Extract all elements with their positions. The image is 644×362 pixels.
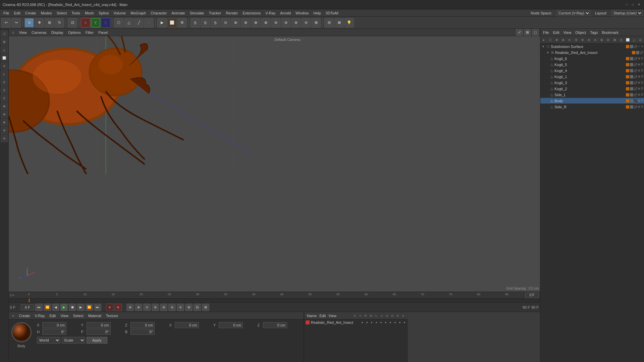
go-to-end-button[interactable]: ⏭	[94, 304, 101, 311]
undo-button[interactable]: ↩	[1, 18, 11, 27]
z-size-input[interactable]	[263, 322, 287, 328]
tool1-button[interactable]: S	[191, 18, 200, 27]
layer-icon-d[interactable]: ●	[393, 321, 397, 324]
bottom-menu-material[interactable]: Material	[86, 313, 103, 318]
bottom-menu-view[interactable]: View	[58, 313, 70, 318]
viewport-maximize-button[interactable]: □	[532, 29, 539, 36]
layout-select[interactable]: Startup (User)	[612, 10, 643, 16]
obj-icon-13[interactable]: ⊡	[618, 37, 624, 43]
menu-tracker[interactable]: Tracker	[207, 10, 223, 16]
current-frame-field[interactable]	[21, 304, 34, 310]
coordinate-system-select[interactable]: World Local Object	[37, 337, 60, 344]
layer-icon-s[interactable]: ●	[360, 321, 364, 324]
layer-icon-r[interactable]: ●	[370, 321, 374, 324]
menu-3dtoall[interactable]: 3DToAll	[324, 10, 340, 16]
h-rotation-input[interactable]	[42, 329, 66, 335]
obj-icon-5[interactable]: ⊙	[567, 37, 573, 43]
tree-item-side-l[interactable]: △ Side_L ⊞ ☰	[540, 92, 644, 98]
rotate-button[interactable]: ↻	[55, 18, 64, 27]
left-tool-1[interactable]: ⬡	[1, 30, 8, 38]
x-size-input[interactable]	[175, 322, 199, 328]
left-tool-13[interactable]: ⊘	[1, 127, 8, 134]
menu-character[interactable]: Character	[149, 10, 169, 16]
viewport-layout-button[interactable]: ⊞	[524, 29, 531, 36]
left-tool-6[interactable]: L	[1, 70, 8, 78]
viewport-menu-cameras[interactable]: Cameras	[30, 30, 49, 35]
obj-mgr-file[interactable]: File	[542, 30, 550, 35]
pb-extra-4[interactable]: ⊚	[152, 304, 159, 311]
obj-icon-10[interactable]: ⊞	[599, 37, 605, 43]
obj-icon-1[interactable]: ▸	[541, 37, 547, 43]
playhead[interactable]	[29, 299, 30, 302]
left-tool-12[interactable]: ⊕	[1, 119, 8, 126]
tool4-button[interactable]: ⊙	[221, 18, 230, 27]
menu-modes[interactable]: Modes	[39, 10, 54, 16]
left-tool-14[interactable]: ⊖	[1, 135, 8, 142]
snap-button[interactable]: ⊟	[324, 18, 334, 27]
tree-item-subdivision-surface[interactable]: ▼ ⬡ Subdivision Surface ✓ ✕	[540, 44, 644, 50]
transform-mode-select[interactable]: Scale Move Rotate	[62, 337, 85, 344]
layer-icon-x[interactable]: ●	[402, 321, 407, 324]
render-view-button[interactable]: ▶	[157, 18, 167, 27]
obj-icon-7[interactable]: ⊛	[580, 37, 585, 43]
obj-icon-3[interactable]: ⊕	[554, 37, 559, 43]
tool3-button[interactable]: S	[211, 18, 220, 27]
layer-icon-m[interactable]: ●	[374, 321, 378, 324]
tool13-button[interactable]: ⊞	[311, 18, 321, 27]
object-mode-button[interactable]: ⬡	[114, 18, 123, 27]
layer-icon-l[interactable]: ●	[379, 321, 383, 324]
layers-view-header[interactable]: View	[328, 314, 336, 318]
menu-create[interactable]: Create	[23, 10, 38, 16]
polygon-mode-button[interactable]: △	[124, 18, 133, 27]
menu-spline[interactable]: Spline	[97, 10, 111, 16]
snap-settings-button[interactable]: ⊠	[334, 18, 344, 27]
viewport-menu-filter[interactable]: Filter	[84, 30, 96, 35]
pb-extra-6[interactable]: ⊜	[168, 304, 176, 311]
layer-icon-e[interactable]: ●	[398, 321, 402, 324]
tree-item-body[interactable]: △ Body ⊞ ☰	[540, 98, 644, 104]
next-key-button[interactable]: ▶	[77, 304, 85, 311]
viewport-menu-display[interactable]: Display	[49, 30, 65, 35]
pb-extra-10[interactable]: ⊠	[202, 304, 209, 311]
left-tool-9[interactable]: S	[1, 95, 8, 102]
transform-button[interactable]: ⊡	[68, 18, 77, 27]
obj-mgr-view[interactable]: View	[562, 30, 573, 35]
tool6-button[interactable]: ⊚	[241, 18, 250, 27]
viewport-menu-view[interactable]: View	[17, 30, 29, 35]
bottom-menu-texture[interactable]: Texture	[104, 313, 120, 318]
tree-item-kogti-3[interactable]: △ Kogti_3 ⊞ ☰	[540, 80, 644, 86]
layers-edit-header[interactable]: Edit	[319, 314, 326, 318]
tool7-button[interactable]: ⊕	[251, 18, 260, 27]
render-button[interactable]: ⬜	[167, 18, 177, 27]
obj-icon-4[interactable]: ⊗	[560, 37, 566, 43]
next-frame-button[interactable]: ⏩	[86, 304, 93, 311]
z-position-input[interactable]	[130, 322, 155, 328]
left-tool-7[interactable]: S	[1, 78, 8, 86]
node-space-select[interactable]: Current (V-Ray)	[557, 10, 590, 16]
prev-frame-button[interactable]: ⏪	[44, 304, 51, 311]
tree-item-kogti-4[interactable]: △ Kogti_4 ⊞ ☰	[540, 68, 644, 74]
obj-icon-16[interactable]: ◎	[638, 37, 643, 43]
tool8-button[interactable]: ⊗	[261, 18, 270, 27]
obj-icon-11[interactable]: ⊟	[605, 37, 611, 43]
obj-icon-15[interactable]: △	[631, 37, 637, 43]
menu-extensions[interactable]: Extensions	[240, 10, 263, 16]
left-tool-11[interactable]: ⊛	[1, 111, 8, 118]
stop-button[interactable]: ⏹	[69, 304, 76, 311]
play-button[interactable]: ▶	[60, 304, 68, 311]
bottom-menu-select[interactable]: Select	[71, 313, 86, 318]
point-mode-button[interactable]: ·	[144, 18, 154, 27]
z-axis-button[interactable]: Z	[101, 18, 110, 27]
scale-button[interactable]: ⊞	[45, 18, 54, 27]
left-tool-8[interactable]: S	[1, 86, 8, 94]
viewport[interactable]: Perspective Default Camera :*	[9, 36, 540, 292]
y-position-input[interactable]	[87, 322, 111, 328]
tool11-button[interactable]: ⊜	[291, 18, 301, 27]
pb-extra-5[interactable]: ⊛	[160, 304, 167, 311]
record-button[interactable]: ⏺	[106, 304, 113, 311]
prev-key-button[interactable]: ◀	[52, 304, 59, 311]
menu-simulate[interactable]: Simulate	[188, 10, 206, 16]
current-frame-input[interactable]	[525, 293, 539, 298]
viewport-menu-options[interactable]: Options	[66, 30, 83, 35]
obj-icon-8[interactable]: ⊜	[586, 37, 592, 43]
